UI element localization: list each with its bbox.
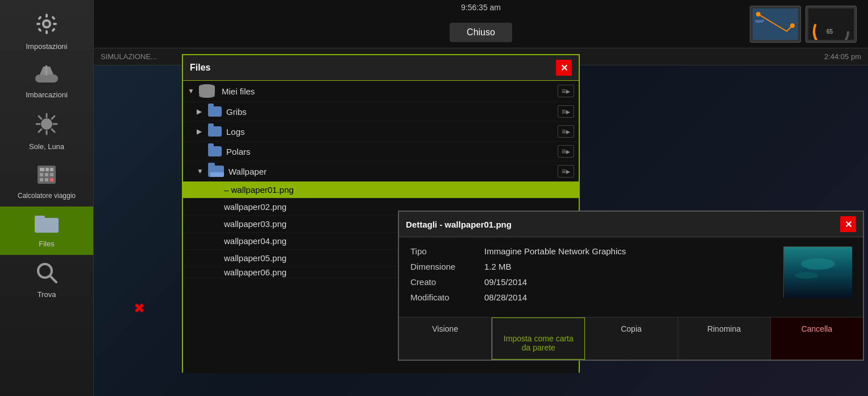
- sidebar-item-sole-luna[interactable]: Sole, Luna: [0, 106, 93, 158]
- x-mark: ✖: [134, 300, 145, 316]
- svg-rect-6: [38, 16, 42, 20]
- folder-icon-logs: [208, 126, 222, 137]
- wallpaper-menu-icon[interactable]: ≡▸: [558, 165, 574, 178]
- svg-rect-2: [45, 14, 48, 18]
- database-icon: [199, 84, 217, 98]
- tree-item-wallpaper01[interactable]: – wallpaper01.png: [183, 182, 579, 199]
- gribs-arrow: ▶: [197, 108, 206, 116]
- sidebar-item-impostazioni[interactable]: Impostazioni: [0, 6, 93, 57]
- logs-arrow: ▶: [197, 127, 206, 135]
- action-rinomina[interactable]: Rinomina: [678, 317, 771, 360]
- details-key-modificato: Modificato: [410, 292, 484, 302]
- details-row-modificato: Modificato 08/28/2014: [410, 292, 772, 302]
- files-dialog-close[interactable]: ✕: [556, 60, 572, 76]
- files-dialog-title: Files: [190, 63, 210, 73]
- root-label: Miei files: [222, 86, 255, 96]
- sidebar-item-label: Impostazioni: [26, 42, 68, 51]
- svg-text:MAP: MAP: [755, 19, 765, 23]
- search-icon: [36, 262, 57, 287]
- details-key-dimensione: Dimensione: [410, 262, 484, 271]
- folder-icon-wallpaper: [208, 166, 224, 177]
- details-row-creato: Creato 09/15/2014: [410, 277, 772, 287]
- action-imposta[interactable]: Imposta come carta da parete: [492, 317, 585, 360]
- svg-rect-27: [45, 173, 48, 176]
- svg-rect-26: [40, 173, 43, 176]
- widget-map: MAP: [750, 6, 801, 43]
- sidebar-item-files[interactable]: Files: [0, 207, 93, 255]
- svg-rect-28: [50, 173, 53, 176]
- gribs-label: Gribs: [226, 107, 247, 117]
- sidebar-item-imbarcazioni[interactable]: Imbarcazioni: [0, 57, 93, 106]
- sidebar-item-label: Sole, Luna: [29, 142, 64, 151]
- details-info: Tipo Immagine Portable Network Graphics …: [410, 246, 772, 308]
- svg-rect-46: [784, 247, 852, 298]
- wallpaper01-label: – wallpaper01.png: [224, 185, 294, 195]
- svg-line-35: [50, 276, 56, 282]
- svg-point-48: [795, 272, 818, 279]
- tree-item-polars[interactable]: ▶ Polars ≡▸: [183, 142, 579, 162]
- polars-menu-icon[interactable]: ≡▸: [558, 145, 574, 158]
- details-close[interactable]: ✕: [840, 216, 856, 232]
- svg-rect-5: [53, 23, 57, 25]
- widget-gauge: 65: [805, 6, 857, 43]
- action-visione[interactable]: Visione: [399, 317, 492, 360]
- details-preview: [783, 246, 852, 298]
- svg-point-40: [790, 23, 795, 28]
- sidebar-item-label: Files: [39, 240, 54, 248]
- wallpaper04-label: wallpaper04.png: [224, 236, 286, 246]
- svg-point-39: [756, 12, 761, 16]
- svg-rect-10: [35, 75, 58, 82]
- wallpaper03-label: wallpaper03.png: [224, 219, 286, 229]
- wallpaper-label: Wallpaper: [229, 167, 267, 176]
- svg-line-20: [52, 116, 55, 119]
- calc-icon: [36, 164, 57, 189]
- svg-rect-33: [35, 216, 45, 221]
- folder-icon-gribs: [208, 106, 222, 117]
- svg-rect-9: [51, 28, 56, 32]
- svg-rect-4: [36, 23, 40, 25]
- files-dialog-titlebar: Files ✕: [183, 55, 579, 81]
- logs-menu-icon[interactable]: ≡▸: [558, 125, 574, 138]
- logs-label: Logs: [226, 127, 245, 137]
- sun-icon: [35, 113, 58, 139]
- svg-text:65: 65: [827, 28, 833, 35]
- tree-arrow-root: ▼: [188, 87, 197, 95]
- details-row-tipo: Tipo Immagine Portable Network Graphics: [410, 246, 772, 256]
- widget-area: MAP 65: [750, 6, 857, 43]
- action-cancella[interactable]: Cancella: [771, 317, 863, 360]
- details-row-dimensione: Dimensione 1.2 MB: [410, 262, 772, 271]
- gribs-menu-icon[interactable]: ≡▸: [558, 105, 574, 118]
- tree-root[interactable]: ▼ Miei files ≡▸: [183, 81, 579, 102]
- taskbar-time: 9:56:35 am: [461, 3, 501, 12]
- root-menu-icon[interactable]: ≡▸: [558, 85, 574, 97]
- wallpaper05-label: wallpaper05.png: [224, 253, 286, 263]
- svg-rect-29: [40, 178, 43, 182]
- action-copia[interactable]: Copia: [585, 317, 678, 360]
- sidebar-item-label: Calcolatore viaggio: [18, 192, 76, 200]
- svg-rect-24: [45, 168, 49, 171]
- details-key-tipo: Tipo: [410, 246, 484, 256]
- tree-item-gribs[interactable]: ▶ Gribs ≡▸: [183, 102, 579, 122]
- svg-rect-3: [45, 30, 48, 34]
- wallpaper-arrow: ▼: [197, 167, 206, 175]
- svg-rect-25: [50, 168, 53, 171]
- taskbar-top: 9:56:35 am Chiuso MAP 65: [94, 0, 868, 48]
- sidebar-item-trova[interactable]: Trova: [0, 255, 93, 306]
- polars-label: Polars: [226, 147, 251, 156]
- svg-rect-23: [40, 168, 44, 171]
- chiuso-button[interactable]: Chiuso: [450, 23, 512, 42]
- details-dialog: Dettagli - wallpaper01.png ✕ Tipo Immagi…: [398, 211, 864, 361]
- svg-rect-7: [51, 16, 56, 20]
- svg-rect-31: [50, 178, 53, 182]
- tree-item-wallpaper[interactable]: ▼ Wallpaper ≡▸: [183, 162, 579, 182]
- svg-point-13: [41, 118, 52, 130]
- svg-rect-8: [38, 28, 42, 32]
- svg-rect-12: [45, 65, 47, 76]
- svg-line-21: [39, 129, 41, 132]
- sidebar-item-calcolatore[interactable]: Calcolatore viaggio: [0, 158, 93, 207]
- wallpaper06-label: wallpaper06.png: [224, 267, 286, 277]
- details-title: Dettagli - wallpaper01.png: [406, 220, 512, 229]
- svg-line-19: [52, 129, 55, 132]
- tree-item-logs[interactable]: ▶ Logs ≡▸: [183, 122, 579, 142]
- details-actions: Visione Imposta come carta da parete Cop…: [399, 317, 863, 360]
